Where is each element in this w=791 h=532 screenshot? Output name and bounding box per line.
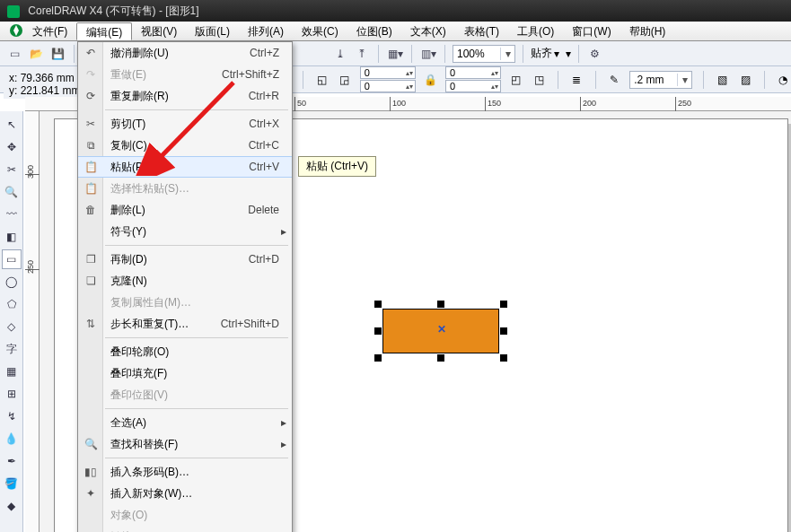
menu-item-符号[interactable]: 符号(Y)▸ [78,221,292,242]
toolbar-separator [523,45,523,63]
chevron-down-icon[interactable]: ▾ [677,74,691,86]
menu-排列[interactable]: 排列(A) [239,22,293,40]
menu-item-label: 插入条形码(B)… [103,465,292,480]
pick-tool-icon[interactable]: ↖ [2,115,22,135]
outline-width-combo[interactable]: ▾ [629,71,692,89]
rectangle-tool-icon[interactable]: ▭ [2,249,22,269]
resize-handle-sw[interactable] [374,354,382,362]
chevron-down-icon[interactable]: ▾ [500,48,514,60]
menu-item-查找和替换[interactable]: 🔍查找和替换(F)▸ [78,433,292,455]
menu-item-克隆[interactable]: ❏克隆(N) [78,270,292,292]
lock-corners-icon[interactable]: 🔒 [423,70,438,90]
text-tool-icon[interactable]: 字 [2,339,22,359]
dimension-tool-icon[interactable]: ⊞ [2,384,22,404]
menu-帮助[interactable]: 帮助(H) [620,22,675,40]
menu-item-插入条形码[interactable]: ▮▯插入条形码(B)… [78,461,292,483]
open-file-icon[interactable]: 📂 [27,45,45,63]
resize-handle-ne[interactable] [500,301,507,308]
menu-表格[interactable]: 表格(T) [455,22,508,40]
to-back-icon[interactable]: ▨ [737,70,752,90]
polygon-tool-icon[interactable]: ⬠ [2,294,22,314]
menu-item-叠印轮廓[interactable]: 叠印轮廓(O) [78,341,292,362]
vertical-ruler: 300250 [25,111,40,532]
menu-item-shortcut: Ctrl+R [249,90,292,102]
resize-handle-s[interactable] [437,354,444,362]
delete-icon: 🗑 [78,204,103,216]
menu-工具[interactable]: 工具(O) [508,22,563,40]
toolbar-separator [378,45,379,63]
menu-item-shortcut: Delete [248,204,292,216]
menu-item-撤消删除[interactable]: ↶撤消删除(U)Ctrl+Z [78,42,292,64]
menu-item-label: 链接(K)… [103,529,292,533]
basic-shapes-icon[interactable]: ◇ [2,317,22,336]
toolbar-separator [578,45,579,63]
window-titlebar: CorelDRAW X4 (不可转售) - [图形1] [0,0,791,22]
resize-handle-nw[interactable] [374,301,382,308]
welcome-screen-icon[interactable]: ▥▾ [419,45,437,63]
menu-item-label: 查找和替换(F) [103,437,292,452]
new-file-icon[interactable]: ▭ [5,45,23,63]
menu-item-全选[interactable]: 全选(A)▸ [78,412,292,433]
menu-item-shortcut: Ctrl+X [249,118,292,130]
menu-item-再制[interactable]: ❐再制(D)Ctrl+D [78,249,292,270]
to-front-icon[interactable]: ▧ [715,70,730,90]
zoom-tool-icon[interactable]: 🔍 [2,182,22,202]
app-logo-icon[interactable] [5,22,23,40]
menu-item-删除[interactable]: 🗑删除(L)Delete [78,199,292,221]
freehand-tool-icon[interactable]: 〰 [2,205,22,224]
corner-roundness-icon[interactable]: ◰ [508,70,523,90]
menu-文本[interactable]: 文本(X) [401,22,455,40]
menu-item-插入新对象[interactable]: ✦插入新对象(W)… [78,483,292,504]
menu-文件[interactable]: 文件(F) [23,22,76,40]
toolbox: ↖ ✥ ✂ 🔍 〰 ◧ ▭ ◯ ⬠ ◇ 字 ▦ ⊞ ↯ 💧 ✒ 🪣 ◆ [0,111,23,532]
smart-fill-icon[interactable]: ◧ [2,227,22,247]
resize-handle-w[interactable] [374,327,382,335]
resize-handle-n[interactable] [437,301,444,308]
fill-tool-icon[interactable]: 🪣 [2,474,22,493]
repeat-icon: ⟳ [78,90,103,102]
options-icon[interactable]: ⚙ [586,45,604,63]
ellipse-tool-icon[interactable]: ◯ [2,272,22,292]
dup-icon: ❐ [78,253,103,266]
menu-item-label: 选择性粘贴(S)… [103,181,292,196]
submenu-arrow-icon: ▸ [281,416,286,429]
svg-line-1 [156,83,233,161]
wrap-text-icon[interactable]: ≣ [569,70,584,90]
shape-tool-icon[interactable]: ✥ [2,137,22,157]
save-file-icon[interactable]: 💾 [48,45,66,63]
zoom-input[interactable] [453,48,500,60]
import-icon[interactable]: ⤓ [331,45,349,63]
menu-item-叠印填充[interactable]: 叠印填充(F) [78,362,292,384]
menu-item-label: 删除(L) [103,203,248,218]
table-tool-icon[interactable]: ▦ [2,362,22,381]
menu-item-步长和重复[interactable]: ⇅步长和重复(T)…Ctrl+Shift+D [78,313,292,335]
menu-位图[interactable]: 位图(B) [347,22,401,40]
zoom-combo[interactable]: ▾ [453,45,515,63]
outline-pen-icon[interactable]: ✎ [607,70,622,90]
menu-编辑[interactable]: 编辑(E) [76,22,132,40]
resize-handle-se[interactable] [500,354,507,362]
menu-item-label: 步长和重复(T)… [103,317,221,332]
crop-tool-icon[interactable]: ✂ [2,160,22,179]
menu-效果[interactable]: 效果(C) [293,22,347,40]
convert-curves-icon[interactable]: ◔ [776,70,791,90]
corner-roundness-icon[interactable]: ◳ [531,70,546,90]
resize-handle-e[interactable] [500,327,507,335]
corner-roundness-icon[interactable]: ◲ [337,70,352,90]
eyedropper-tool-icon[interactable]: 💧 [2,429,22,449]
menu-item-label: 叠印填充(F) [103,366,292,381]
annotation-arrow [135,77,251,176]
outline-tool-icon[interactable]: ✒ [2,451,22,471]
menu-窗口[interactable]: 窗口(W) [563,22,620,40]
menu-item-shortcut: Ctrl+V [249,161,292,173]
coordinates-readout: x: 79.366 mm y: 221.841 mm [4,70,85,99]
menu-版面[interactable]: 版面(L) [186,22,239,40]
corner-roundness-icon[interactable]: ◱ [314,70,330,90]
app-launcher-icon[interactable]: ▦▾ [386,45,404,63]
interactive-fill-icon[interactable]: ◆ [2,496,22,516]
menu-视图[interactable]: 视图(V) [132,22,186,40]
snap-to-dropdown[interactable]: 贴齐 ▾ ▾ [531,46,571,61]
menu-item-label: 叠印轮廓(O) [103,344,292,360]
connector-tool-icon[interactable]: ↯ [2,406,22,426]
export-icon[interactable]: ⤒ [353,45,371,63]
